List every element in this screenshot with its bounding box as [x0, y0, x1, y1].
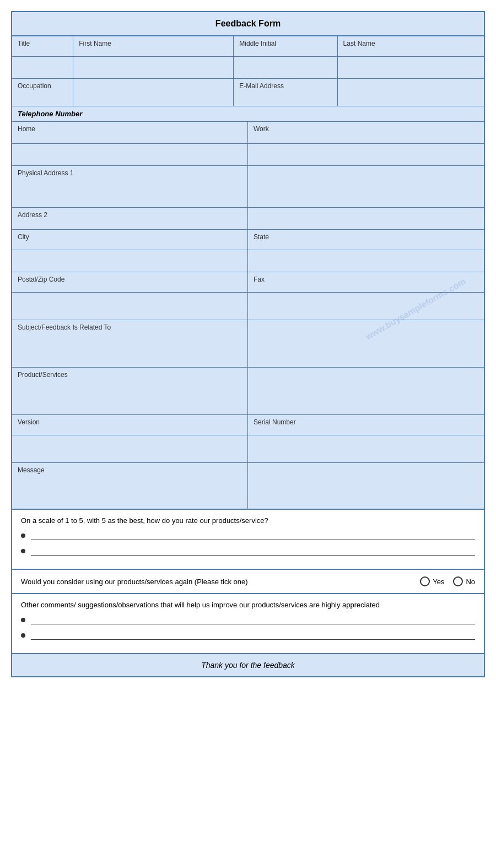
postal-input[interactable] [18, 296, 242, 308]
consider-text: Would you consider using our products/se… [21, 578, 411, 586]
product-label-cell: Product/Services [12, 368, 248, 414]
physical-address1-input-cell[interactable] [248, 166, 484, 207]
email-label-cell: E-Mail Address [234, 79, 337, 106]
postal-label: Postal/Zip Code [18, 276, 242, 283]
lastname-input-cell[interactable] [338, 57, 484, 78]
fax-input-cell[interactable]: www.buysampleforms.com [248, 293, 484, 320]
city-label: City [18, 233, 242, 241]
home-label-cell: Home [12, 122, 248, 143]
form-title: Feedback Form [12, 12, 484, 36]
last-name-label-cell: Last Name [338, 36, 484, 56]
first-name-label: First Name [79, 40, 228, 47]
email-input-cell[interactable] [338, 79, 484, 106]
bullet-dot-1 [21, 533, 25, 538]
city-input[interactable] [18, 254, 242, 266]
yes-option[interactable]: Yes [420, 576, 444, 586]
state-label: State [254, 233, 478, 241]
message-input-cell[interactable] [248, 463, 484, 509]
comment-underline-2[interactable] [31, 631, 475, 640]
comment-bullet-2 [21, 633, 25, 638]
serial-input[interactable] [254, 439, 478, 451]
physical-address1-label: Physical Address 1 [18, 169, 242, 177]
product-input[interactable] [254, 371, 478, 409]
comments-text: Other comments/ suggestions/observations… [21, 601, 475, 609]
last-name-input[interactable] [343, 60, 478, 72]
physical-address1-cell: Physical Address 1 [12, 166, 248, 207]
fax-input[interactable] [254, 296, 478, 308]
message-label-cell: Message [12, 463, 248, 509]
title-label: Title [18, 40, 67, 47]
middle-initial-label-cell: Middle Initial [234, 36, 337, 56]
yes-label: Yes [433, 578, 444, 586]
product-input-cell[interactable] [248, 368, 484, 414]
postal-label-cell: Postal/Zip Code [12, 272, 248, 292]
postal-input-cell[interactable] [12, 293, 248, 320]
last-name-label: Last Name [343, 40, 478, 47]
subject-input[interactable] [254, 324, 478, 362]
work-phone-input[interactable] [254, 147, 478, 159]
no-radio[interactable] [453, 576, 463, 586]
bullet-dot-2 [21, 549, 25, 553]
occupation-input[interactable] [79, 82, 228, 94]
work-input-cell[interactable] [248, 144, 484, 165]
rating-question: On a scale of 1 to 5, with 5 as the best… [21, 516, 475, 525]
thank-you-footer: Thank you for the feedback [12, 654, 484, 676]
city-label-cell: City [12, 230, 248, 250]
title-input[interactable] [18, 60, 67, 72]
comment-underline-1[interactable] [31, 616, 475, 624]
title-input-cell[interactable] [12, 57, 73, 78]
rating-underline-1[interactable] [31, 531, 475, 540]
occupation-label: Occupation [18, 82, 67, 90]
email-label: E-Mail Address [239, 82, 331, 90]
occupation-input-cell[interactable] [73, 79, 234, 106]
city-input-cell[interactable] [12, 250, 248, 272]
middle-initial-label: Middle Initial [239, 40, 331, 47]
firstname-input-cell[interactable] [73, 57, 234, 78]
occupation-label-cell: Occupation [12, 79, 73, 106]
rating-underline-2[interactable] [31, 547, 475, 556]
version-input[interactable] [18, 439, 242, 451]
physical-address1-input[interactable] [254, 169, 478, 202]
consider-section: Would you consider using our products/se… [12, 570, 484, 594]
no-option[interactable]: No [453, 576, 475, 586]
home-input-cell[interactable] [12, 144, 248, 165]
fax-label-cell: Fax [248, 272, 484, 292]
message-label: Message [18, 466, 242, 474]
title-label-cell: Title [12, 36, 73, 56]
comment-bullet-1 [21, 618, 25, 622]
comments-section: Other comments/ suggestions/observations… [12, 594, 484, 654]
telephone-section-label: Telephone Number [12, 106, 484, 122]
state-input[interactable] [254, 254, 478, 266]
address2-input[interactable] [254, 211, 478, 223]
address2-input-cell[interactable] [248, 208, 484, 229]
rating-line-2 [21, 547, 475, 556]
state-label-cell: State [248, 230, 484, 250]
middle-initial-input[interactable] [239, 60, 331, 72]
version-label: Version [18, 418, 242, 426]
address2-label: Address 2 [18, 211, 242, 219]
message-input[interactable] [254, 466, 478, 504]
fax-label: Fax [254, 276, 478, 283]
subject-input-cell[interactable] [248, 320, 484, 367]
no-label: No [466, 578, 475, 586]
serial-label-cell: Serial Number [248, 415, 484, 435]
home-phone-input[interactable] [18, 147, 242, 159]
home-label: Home [18, 125, 242, 133]
first-name-input[interactable] [79, 60, 228, 72]
rating-line-1 [21, 531, 475, 540]
state-input-cell[interactable] [248, 250, 484, 272]
work-label: Work [254, 125, 478, 133]
email-input[interactable] [343, 82, 478, 94]
version-label-cell: Version [12, 415, 248, 435]
yes-radio[interactable] [420, 576, 430, 586]
subject-label: Subject/Feedback Is Related To [18, 324, 242, 331]
middle-input-cell[interactable] [234, 57, 337, 78]
work-label-cell: Work [248, 122, 484, 143]
subject-label-cell: Subject/Feedback Is Related To [12, 320, 248, 367]
product-label: Product/Services [18, 371, 242, 379]
serial-input-cell[interactable] [248, 435, 484, 462]
comment-line-2 [21, 631, 475, 640]
comment-line-1 [21, 616, 475, 624]
version-input-cell[interactable] [12, 435, 248, 462]
firstname-label-cell: First Name [73, 36, 234, 56]
